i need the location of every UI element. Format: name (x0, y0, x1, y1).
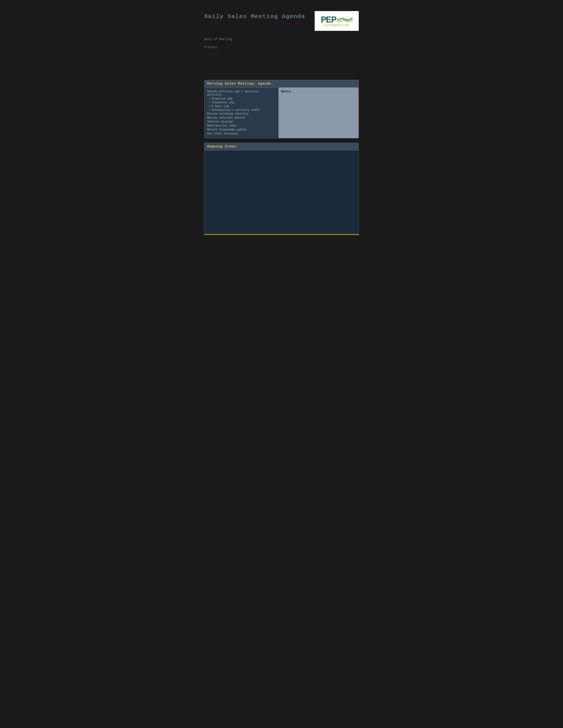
logo-pep-text: PEP (321, 15, 336, 24)
morning-header-row: Morning Sales Meeting: Agenda (204, 80, 359, 88)
morning-table-header: Morning Sales Meeting: Agenda (204, 80, 359, 88)
agenda-left-col: Review previous day's business activity:… (204, 88, 278, 138)
sub-item-salesperson: » Salesperson's activity sheet (207, 108, 276, 112)
ongoing-header-row: Ongoing Items: (204, 143, 359, 150)
bullet-icon-2: » (209, 101, 210, 104)
header: Daily Sales Meeting Agenda PEP AUTOMOTIV… (204, 11, 359, 31)
logo-container: PEP AUTOMOTIVE (315, 11, 359, 31)
morning-content-row: Review previous day's business activity:… (204, 88, 359, 138)
logo-automotive-text: AUTOMOTIVE (324, 24, 350, 27)
logo-swoosh (337, 16, 353, 24)
bottom-line (204, 234, 359, 235)
sub-item-email: » E-mail log (207, 105, 276, 108)
sub-item-telephone: » Telephone log (207, 101, 276, 104)
agenda-item-incoming: Review incoming vehicles (207, 112, 276, 115)
sub-item-showroom: » Showroom log (207, 97, 276, 100)
bullet-icon-4: » (209, 109, 210, 111)
ongoing-body-row (204, 150, 359, 234)
present-label: Present: (204, 45, 359, 49)
bullet-icon-3: » (209, 105, 210, 107)
logo-pep: PEP (321, 15, 353, 24)
bullet-icon: » (209, 97, 210, 100)
notes-right-col: Notes: (278, 88, 359, 138)
ongoing-table-header: Ongoing Items: (204, 143, 359, 150)
date-of-meeting-label: Date of Meeting: (204, 38, 359, 41)
agenda-intro: Review previous day's business activity: (207, 90, 276, 96)
page-title: Daily Sales Meeting Agenda (204, 13, 305, 20)
meta-section: Date of Meeting: Present: (204, 38, 359, 49)
sub-item-salesperson-label: Salesperson's activity sheet (212, 108, 260, 112)
agenda-item-wanted: Review vehicles wanted (207, 116, 276, 119)
sub-item-showroom-label: Showroom log (212, 97, 232, 100)
agenda-item-market: Market knowledge update (207, 128, 276, 131)
agenda-item-manufacturer: Manufacturer news (207, 124, 276, 127)
ongoing-table: Ongoing Items: (204, 143, 359, 234)
agenda-item-display: Vehicle display (207, 120, 276, 123)
sub-item-email-label: E-mail log (212, 105, 229, 108)
morning-table: Morning Sales Meeting: Agenda Review pre… (204, 80, 359, 138)
page: Daily Sales Meeting Agenda PEP AUTOMOTIV… (195, 4, 368, 244)
notes-label: Notes: (281, 90, 356, 93)
sub-item-telephone-label: Telephone log (212, 101, 234, 104)
agenda-item-other: Any other business (207, 132, 276, 135)
ongoing-body-cell (204, 150, 359, 234)
